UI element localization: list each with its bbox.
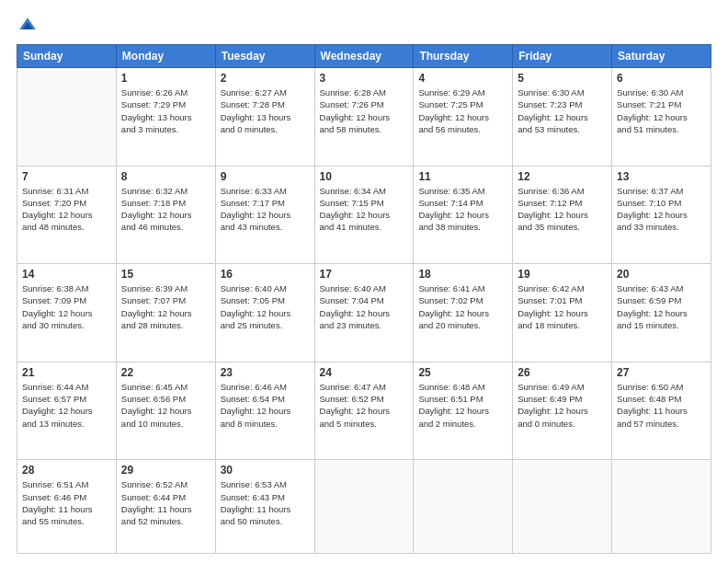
day-number: 11 (418, 170, 507, 183)
day-number: 19 (518, 268, 607, 281)
day-info: Sunrise: 6:31 AM Sunset: 7:20 PM Dayligh… (22, 185, 111, 234)
day-number: 6 (617, 72, 706, 85)
weekday-header-saturday: Saturday (612, 45, 711, 68)
day-number: 21 (22, 366, 111, 379)
day-number: 17 (320, 268, 409, 281)
calendar-cell: 23Sunrise: 6:46 AM Sunset: 6:54 PM Dayli… (215, 362, 314, 460)
day-info: Sunrise: 6:43 AM Sunset: 6:59 PM Dayligh… (617, 282, 706, 331)
day-info: Sunrise: 6:51 AM Sunset: 6:46 PM Dayligh… (22, 478, 111, 527)
weekday-header-row: SundayMondayTuesdayWednesdayThursdayFrid… (17, 45, 711, 68)
weekday-header-wednesday: Wednesday (314, 45, 414, 68)
day-info: Sunrise: 6:48 AM Sunset: 6:51 PM Dayligh… (418, 381, 507, 430)
calendar-cell: 12Sunrise: 6:36 AM Sunset: 7:12 PM Dayli… (513, 166, 612, 264)
calendar-cell: 21Sunrise: 6:44 AM Sunset: 6:57 PM Dayli… (17, 362, 117, 460)
calendar-cell: 8Sunrise: 6:32 AM Sunset: 7:18 PM Daylig… (116, 166, 215, 264)
day-info: Sunrise: 6:47 AM Sunset: 6:52 PM Dayligh… (320, 381, 409, 430)
day-number: 10 (320, 170, 409, 183)
day-info: Sunrise: 6:39 AM Sunset: 7:07 PM Dayligh… (121, 282, 210, 331)
weekday-header-monday: Monday (116, 45, 215, 68)
day-info: Sunrise: 6:44 AM Sunset: 6:57 PM Dayligh… (22, 381, 111, 430)
day-info: Sunrise: 6:45 AM Sunset: 6:56 PM Dayligh… (121, 381, 210, 430)
day-number: 27 (617, 366, 706, 379)
day-number: 12 (518, 170, 607, 183)
day-number: 18 (418, 268, 507, 281)
day-info: Sunrise: 6:32 AM Sunset: 7:18 PM Dayligh… (121, 185, 210, 234)
day-info: Sunrise: 6:38 AM Sunset: 7:09 PM Dayligh… (22, 282, 111, 331)
day-info: Sunrise: 6:34 AM Sunset: 7:15 PM Dayligh… (320, 185, 409, 234)
calendar-cell: 18Sunrise: 6:41 AM Sunset: 7:02 PM Dayli… (414, 264, 513, 362)
day-number: 1 (121, 72, 210, 85)
day-number: 26 (518, 366, 607, 379)
calendar-cell: 6Sunrise: 6:30 AM Sunset: 7:21 PM Daylig… (612, 68, 711, 167)
day-number: 28 (22, 464, 111, 477)
day-number: 20 (617, 268, 706, 281)
day-number: 15 (121, 268, 210, 281)
calendar-week-row: 7Sunrise: 6:31 AM Sunset: 7:20 PM Daylig… (17, 166, 711, 264)
calendar-cell: 7Sunrise: 6:31 AM Sunset: 7:20 PM Daylig… (17, 166, 117, 264)
day-info: Sunrise: 6:29 AM Sunset: 7:25 PM Dayligh… (418, 86, 507, 135)
day-info: Sunrise: 6:33 AM Sunset: 7:17 PM Dayligh… (221, 185, 310, 234)
day-info: Sunrise: 6:49 AM Sunset: 6:49 PM Dayligh… (518, 381, 607, 430)
day-info: Sunrise: 6:35 AM Sunset: 7:14 PM Dayligh… (418, 185, 507, 234)
calendar-cell: 11Sunrise: 6:35 AM Sunset: 7:14 PM Dayli… (414, 166, 513, 264)
calendar-week-row: 14Sunrise: 6:38 AM Sunset: 7:09 PM Dayli… (17, 264, 711, 362)
day-number: 13 (617, 170, 706, 183)
logo (17, 15, 42, 37)
calendar-cell: 27Sunrise: 6:50 AM Sunset: 6:48 PM Dayli… (612, 362, 711, 460)
calendar-cell: 14Sunrise: 6:38 AM Sunset: 7:09 PM Dayli… (17, 264, 117, 362)
day-number: 29 (121, 464, 210, 477)
day-number: 5 (518, 72, 607, 85)
day-number: 2 (221, 72, 310, 85)
calendar-cell: 22Sunrise: 6:45 AM Sunset: 6:56 PM Dayli… (116, 362, 215, 460)
calendar-week-row: 28Sunrise: 6:51 AM Sunset: 6:46 PM Dayli… (17, 460, 711, 554)
calendar-cell: 15Sunrise: 6:39 AM Sunset: 7:07 PM Dayli… (116, 264, 215, 362)
day-info: Sunrise: 6:40 AM Sunset: 7:04 PM Dayligh… (320, 282, 409, 331)
weekday-header-thursday: Thursday (414, 45, 513, 68)
day-info: Sunrise: 6:36 AM Sunset: 7:12 PM Dayligh… (518, 185, 607, 234)
calendar-cell (314, 460, 414, 554)
day-info: Sunrise: 6:41 AM Sunset: 7:02 PM Dayligh… (418, 282, 507, 331)
calendar-cell: 29Sunrise: 6:52 AM Sunset: 6:44 PM Dayli… (116, 460, 215, 554)
calendar-cell: 4Sunrise: 6:29 AM Sunset: 7:25 PM Daylig… (414, 68, 513, 167)
day-info: Sunrise: 6:27 AM Sunset: 7:28 PM Dayligh… (221, 86, 310, 135)
calendar-cell: 20Sunrise: 6:43 AM Sunset: 6:59 PM Dayli… (612, 264, 711, 362)
calendar-cell: 24Sunrise: 6:47 AM Sunset: 6:52 PM Dayli… (314, 362, 414, 460)
day-number: 14 (22, 268, 111, 281)
calendar-cell: 1Sunrise: 6:26 AM Sunset: 7:29 PM Daylig… (116, 68, 215, 167)
day-info: Sunrise: 6:42 AM Sunset: 7:01 PM Dayligh… (518, 282, 607, 331)
header (17, 15, 711, 37)
day-number: 4 (418, 72, 507, 85)
calendar-cell: 28Sunrise: 6:51 AM Sunset: 6:46 PM Dayli… (17, 460, 117, 554)
day-info: Sunrise: 6:40 AM Sunset: 7:05 PM Dayligh… (221, 282, 310, 331)
calendar-cell (513, 460, 612, 554)
calendar-cell: 17Sunrise: 6:40 AM Sunset: 7:04 PM Dayli… (314, 264, 414, 362)
calendar-cell: 2Sunrise: 6:27 AM Sunset: 7:28 PM Daylig… (215, 68, 314, 167)
calendar-cell: 16Sunrise: 6:40 AM Sunset: 7:05 PM Dayli… (215, 264, 314, 362)
calendar-cell: 26Sunrise: 6:49 AM Sunset: 6:49 PM Dayli… (513, 362, 612, 460)
logo-icon (17, 15, 39, 37)
calendar-cell: 13Sunrise: 6:37 AM Sunset: 7:10 PM Dayli… (612, 166, 711, 264)
day-number: 22 (121, 366, 210, 379)
weekday-header-sunday: Sunday (17, 45, 117, 68)
day-number: 23 (221, 366, 310, 379)
calendar-cell (17, 68, 117, 167)
calendar-cell: 5Sunrise: 6:30 AM Sunset: 7:23 PM Daylig… (513, 68, 612, 167)
calendar-week-row: 1Sunrise: 6:26 AM Sunset: 7:29 PM Daylig… (17, 68, 711, 167)
day-info: Sunrise: 6:28 AM Sunset: 7:26 PM Dayligh… (320, 86, 409, 135)
calendar-cell: 30Sunrise: 6:53 AM Sunset: 6:43 PM Dayli… (215, 460, 314, 554)
weekday-header-tuesday: Tuesday (215, 45, 314, 68)
calendar-cell: 19Sunrise: 6:42 AM Sunset: 7:01 PM Dayli… (513, 264, 612, 362)
calendar-cell: 25Sunrise: 6:48 AM Sunset: 6:51 PM Dayli… (414, 362, 513, 460)
page: SundayMondayTuesdayWednesdayThursdayFrid… (0, 0, 728, 563)
day-info: Sunrise: 6:53 AM Sunset: 6:43 PM Dayligh… (221, 478, 310, 527)
day-number: 3 (320, 72, 409, 85)
day-info: Sunrise: 6:46 AM Sunset: 6:54 PM Dayligh… (221, 381, 310, 430)
day-number: 30 (221, 464, 310, 477)
day-number: 8 (121, 170, 210, 183)
calendar-cell (612, 460, 711, 554)
calendar-cell: 10Sunrise: 6:34 AM Sunset: 7:15 PM Dayli… (314, 166, 414, 264)
calendar-table: SundayMondayTuesdayWednesdayThursdayFrid… (17, 44, 711, 554)
day-info: Sunrise: 6:50 AM Sunset: 6:48 PM Dayligh… (617, 381, 706, 430)
day-number: 24 (320, 366, 409, 379)
day-number: 25 (418, 366, 507, 379)
